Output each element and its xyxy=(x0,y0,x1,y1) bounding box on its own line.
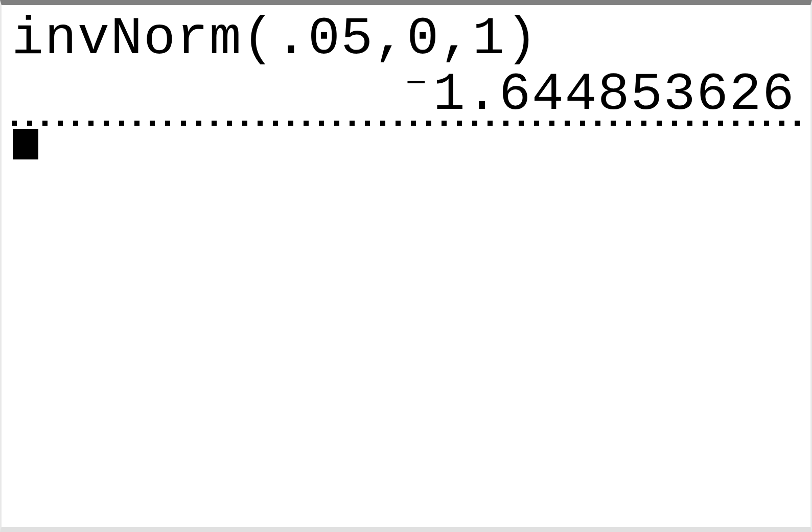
result-line: ⁻1.644853626 xyxy=(12,67,800,123)
cursor-icon xyxy=(13,129,38,159)
cursor-line xyxy=(12,129,800,160)
calculator-screen[interactable]: invNorm(.05,0,1) ⁻1.644853626 xyxy=(0,0,812,532)
expression-line: invNorm(.05,0,1) xyxy=(12,11,800,67)
